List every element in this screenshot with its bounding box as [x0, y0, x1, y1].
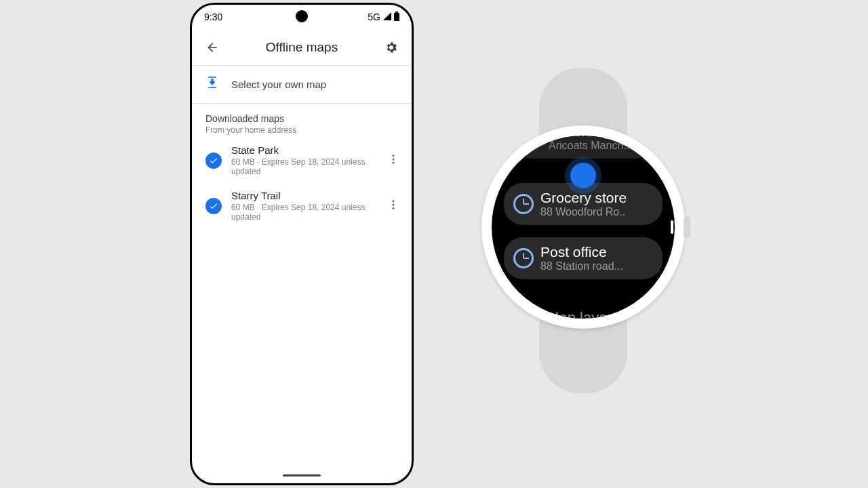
map-name: State Park	[231, 144, 375, 156]
svg-point-3	[393, 158, 395, 160]
clock-icon	[513, 194, 534, 214]
map-layers-row[interactable]: Map layers	[492, 309, 675, 319]
recent-item-title: Grocery store	[540, 190, 653, 206]
recent-item-sub: Ancoats Manch...	[549, 140, 645, 152]
watch-frame: 4 Worsley Ancoats Manch... Grocery store…	[481, 68, 685, 393]
recent-item-post-office[interactable]: Post office 88 Station road...	[504, 237, 663, 279]
map-meta: 60 MB · Expires Sep 18, 2024 unless upda…	[231, 157, 375, 176]
check-icon	[205, 198, 222, 214]
phone-frame: 9:30 5G Offline maps Select your own map…	[190, 3, 414, 485]
check-icon	[205, 152, 222, 169]
select-own-map-row[interactable]: Select your own map	[192, 66, 412, 104]
downloaded-section-subtitle: From your home address	[205, 125, 398, 135]
recent-item-sub: 88 Woodford Ro..	[540, 206, 653, 218]
touch-indicator-icon	[570, 163, 596, 188]
svg-rect-1	[395, 12, 398, 13]
page-title: Offline maps	[266, 40, 338, 55]
recent-item-sub: 88 Station road...	[540, 260, 653, 272]
svg-point-4	[393, 161, 395, 163]
overflow-button[interactable]	[384, 150, 402, 171]
network-label: 5G	[368, 12, 380, 22]
map-name: Starry Trail	[231, 190, 375, 201]
nav-handle[interactable]	[283, 474, 321, 476]
status-bar: 9:30 5G	[192, 5, 412, 29]
recent-item-title: Post office	[540, 244, 653, 260]
recent-item-grocery[interactable]: Grocery store 88 Woodford Ro..	[504, 183, 663, 225]
map-row-state-park[interactable]: State Park 60 MB · Expires Sep 18, 2024 …	[192, 138, 412, 183]
clock-icon	[513, 248, 534, 268]
status-time: 9:30	[204, 12, 222, 22]
app-bar: Offline maps	[192, 29, 412, 66]
map-row-starry-trail[interactable]: Starry Trail 60 MB · Expires Sep 18, 202…	[192, 183, 412, 228]
downloaded-section-header: Downloaded maps From your home address	[192, 104, 412, 138]
watch-case: 4 Worsley Ancoats Manch... Grocery store…	[481, 125, 685, 329]
overflow-button[interactable]	[384, 196, 402, 216]
battery-icon	[394, 12, 399, 23]
recent-item-worsley[interactable]: 4 Worsley Ancoats Manch...	[512, 136, 654, 159]
signal-icon	[383, 12, 391, 22]
download-icon	[205, 77, 219, 92]
watch-crown[interactable]	[684, 216, 690, 238]
svg-point-5	[393, 200, 395, 202]
back-button[interactable]	[203, 38, 222, 57]
svg-point-6	[393, 203, 395, 205]
map-meta: 60 MB · Expires Sep 18, 2024 unless upda…	[231, 203, 375, 222]
downloaded-section-title: Downloaded maps	[205, 113, 398, 124]
status-right: 5G	[368, 12, 399, 23]
scroll-indicator	[671, 220, 673, 234]
svg-point-7	[393, 207, 395, 209]
camera-punch-hole	[296, 10, 308, 22]
svg-rect-0	[394, 13, 399, 21]
watch-face[interactable]: 4 Worsley Ancoats Manch... Grocery store…	[492, 136, 675, 319]
settings-button[interactable]	[382, 38, 401, 57]
select-own-map-label: Select your own map	[231, 79, 326, 90]
clock-icon	[521, 136, 542, 148]
svg-point-2	[393, 155, 395, 157]
